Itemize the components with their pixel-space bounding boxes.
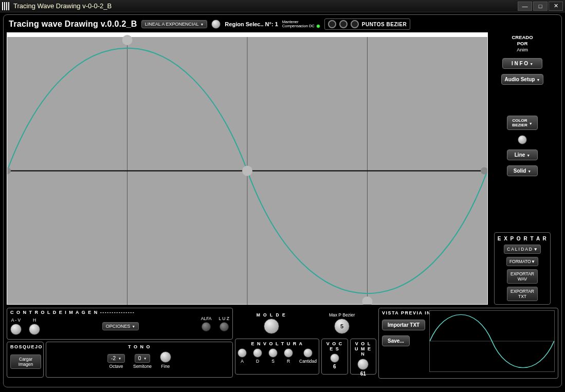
env-s-knob[interactable]: [268, 348, 278, 358]
curve-mode-label: LINEAL A EXPONENCIAL: [145, 22, 199, 27]
tono-title: T O N O: [49, 344, 229, 349]
voces-val: 6: [324, 364, 345, 369]
env-a-label: A: [241, 359, 244, 364]
volumen-title: V O L U M E N: [353, 341, 374, 357]
audio-setup-button[interactable]: Audio Setup: [501, 74, 544, 85]
bosquejo-panel: BOSQUEJO Cargar Imagen: [7, 342, 44, 378]
preview-panel: VISTA PREVIA INDEPENDIENTE DE TXT Import…: [378, 308, 558, 379]
autor-label: Anim: [512, 47, 533, 53]
app-title: Tracing wave Drawing v.0.0.2_B: [9, 20, 137, 29]
opciones-dropdown[interactable]: OPCIONES: [102, 322, 139, 330]
creado-label: CREADO: [512, 34, 533, 41]
luz-label: L U Z: [219, 316, 229, 321]
export-wav-l2: WAV: [510, 276, 535, 282]
waveform-canvas[interactable]: [7, 32, 488, 305]
formato-dropdown[interactable]: FORMATO▼: [506, 257, 538, 266]
tono-panel: T O N O -2 Octave 0 Semitone Fine: [46, 342, 233, 378]
control-imagen-title: C O N T R O L D E I M A G E N ----------…: [10, 310, 135, 315]
por-label: POR: [512, 41, 533, 47]
molde-label: M O L D E: [257, 312, 286, 318]
cargar-l2: Imagen: [13, 362, 38, 367]
line-mode-label: Line: [515, 152, 525, 158]
export-wav-l1: EXPORTAR: [510, 271, 535, 276]
preview-waveform: [429, 310, 555, 372]
chevron-down-icon: [530, 61, 533, 66]
cargar-l1: Cargar: [13, 357, 38, 362]
volumen-val: 61: [353, 371, 374, 377]
voces-knob[interactable]: [330, 353, 339, 363]
env-r-knob[interactable]: [284, 348, 293, 358]
svg-point-6: [122, 35, 133, 45]
header-knob[interactable]: [211, 20, 221, 29]
minimize-button[interactable]: —: [518, 2, 532, 11]
svg-point-7: [242, 165, 252, 176]
fine-knob[interactable]: [160, 351, 171, 363]
env-d-knob[interactable]: [253, 348, 262, 358]
svg-rect-0: [7, 33, 487, 37]
export-txt-l2: TXT: [510, 294, 535, 299]
calidad-dropdown[interactable]: C A L I D A D ▼: [504, 245, 541, 254]
window-title: Tracing Wave Drawing v-0-0-2_B: [13, 2, 518, 10]
bosquejo-title: BOSQUEJO: [10, 344, 40, 349]
bezier-point-3[interactable]: [351, 20, 359, 28]
region-select-label: Region Selec.. N°: 1: [225, 21, 278, 27]
formato-label: FORMATO: [509, 259, 531, 264]
molde-knob[interactable]: [264, 319, 279, 334]
chevron-down-icon: [529, 120, 533, 126]
av-label: A - V: [11, 318, 21, 323]
cargar-imagen-button[interactable]: Cargar Imagen: [10, 354, 41, 369]
env-a-knob[interactable]: [238, 348, 247, 358]
env-r-label: R: [287, 359, 290, 364]
volumen-knob[interactable]: [357, 359, 369, 370]
env-cant-knob[interactable]: [303, 348, 313, 358]
close-button[interactable]: ✕: [549, 2, 563, 11]
semitone-spin[interactable]: 0: [135, 354, 151, 363]
top-toolbar: Tracing wave Drawing v.0.0.2_B LINEAL A …: [7, 18, 558, 30]
export-txt-button[interactable]: EXPORTAR TXT: [507, 287, 538, 301]
export-title: E X P O R T A R: [498, 236, 548, 241]
save-button[interactable]: Save...: [382, 335, 410, 346]
h-knob[interactable]: [29, 324, 40, 335]
importar-txt-button[interactable]: Importar TXT: [382, 320, 425, 330]
app-icon: [2, 2, 10, 10]
curve-mode-dropdown[interactable]: LINEAL A EXPONENCIAL: [141, 20, 208, 28]
env-d-label: D: [256, 359, 259, 364]
color-bezier-l1: COLOR: [512, 118, 527, 123]
maximize-button[interactable]: □: [533, 2, 548, 11]
voces-title: V O C E S: [324, 341, 345, 351]
comp-dc-led[interactable]: [316, 24, 320, 28]
color-bezier-dropdown[interactable]: COLOR BEZIER: [507, 116, 538, 130]
max-p-bezier-label: Max P Bezier: [329, 312, 355, 318]
semitone-label: Semitone: [133, 364, 152, 369]
octave-spin[interactable]: -2: [107, 354, 125, 363]
line-mode-dropdown[interactable]: Line: [507, 150, 538, 160]
alfa-label: ALFA: [201, 316, 212, 321]
av-knob[interactable]: [10, 324, 22, 335]
info-button[interactable]: I N F O: [502, 58, 542, 69]
creado-por-block: CREADO POR Anim: [512, 34, 533, 53]
chevron-down-icon: [536, 77, 540, 82]
semitone-val: 0: [138, 356, 141, 361]
fine-label: Fine: [161, 364, 170, 369]
bezier-point-2[interactable]: [339, 20, 348, 28]
envoltura-panel: E N V O L T U R A A D S R Cantidad: [235, 339, 319, 375]
h-label: H: [33, 318, 36, 323]
color-bezier-l2: BEZIER: [512, 123, 527, 127]
control-de-imagen-panel: C O N T R O L D E I M A G E N ----------…: [7, 308, 233, 340]
alfa-knob[interactable]: [202, 322, 211, 331]
chevron-down-icon: [526, 152, 530, 158]
puntos-bezier-label: PUNTOS BEZIER: [362, 22, 407, 27]
solid-mode-dropdown[interactable]: Solid: [507, 165, 538, 176]
env-s-label: S: [271, 359, 275, 364]
audio-setup-label: Audio Setup: [505, 77, 535, 82]
info-label: I N F O: [512, 61, 528, 66]
color-bezier-knob[interactable]: [518, 135, 527, 144]
max-p-bezier-knob[interactable]: 5: [334, 319, 350, 334]
bezier-point-1[interactable]: [328, 20, 336, 28]
svg-point-8: [362, 296, 373, 305]
volumen-panel: V O L U M E N 61: [350, 339, 376, 375]
luz-knob[interactable]: [220, 322, 229, 331]
window-titlebar: Tracing Wave Drawing v-0-0-2_B — □ ✕: [0, 0, 565, 12]
mid-controls: M O L D E Max P Bezier 5 E N V O L T U R…: [235, 308, 376, 379]
export-wav-button[interactable]: EXPORTAR WAV: [507, 269, 538, 284]
